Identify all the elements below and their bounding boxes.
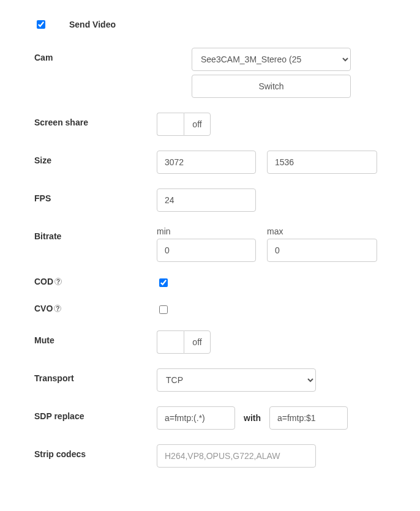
bitrate-label: Bitrate — [34, 226, 157, 241]
send-video-title: Send Video — [69, 20, 116, 29]
cod-label: COD ? — [34, 277, 157, 286]
cam-label: Cam — [34, 48, 157, 62]
transport-label: Transport — [34, 368, 157, 383]
switch-button[interactable]: Switch — [192, 75, 351, 98]
sdp-replace-label: SDP replace — [34, 406, 157, 421]
screen-share-label: Screen share — [34, 113, 157, 127]
bitrate-min-label: min — [157, 226, 256, 236]
cvo-checkbox[interactable] — [159, 305, 168, 314]
strip-codecs-input[interactable] — [157, 444, 316, 468]
mute-label: Mute — [34, 330, 157, 345]
screen-share-on-segment[interactable] — [157, 113, 184, 136]
bitrate-min-input[interactable] — [157, 239, 256, 262]
bitrate-max-input[interactable] — [267, 239, 377, 262]
help-icon[interactable]: ? — [54, 305, 61, 312]
sdp-with-label: with — [244, 413, 261, 423]
cam-select[interactable]: See3CAM_3M_Stereo (25 — [192, 48, 351, 71]
size-width-input[interactable] — [157, 151, 256, 174]
sdp-pattern-input[interactable] — [157, 406, 235, 430]
screen-share-toggle[interactable]: off — [157, 113, 211, 136]
cvo-label: CVO ? — [34, 304, 157, 313]
fps-label: FPS — [34, 188, 157, 203]
send-video-checkbox[interactable] — [37, 20, 45, 29]
mute-off-segment[interactable]: off — [184, 330, 211, 354]
sdp-replacement-input[interactable] — [269, 406, 348, 430]
size-label: Size — [34, 151, 157, 165]
mute-on-segment[interactable] — [157, 330, 184, 354]
size-height-input[interactable] — [267, 151, 377, 174]
bitrate-max-label: max — [267, 226, 377, 236]
cod-checkbox[interactable] — [159, 278, 168, 287]
screen-share-off-segment[interactable]: off — [184, 113, 211, 136]
mute-toggle[interactable]: off — [157, 330, 211, 354]
fps-input[interactable] — [157, 188, 256, 212]
transport-select[interactable]: TCP — [157, 368, 316, 392]
strip-codecs-label: Strip codecs — [34, 444, 157, 459]
help-icon[interactable]: ? — [54, 278, 62, 285]
